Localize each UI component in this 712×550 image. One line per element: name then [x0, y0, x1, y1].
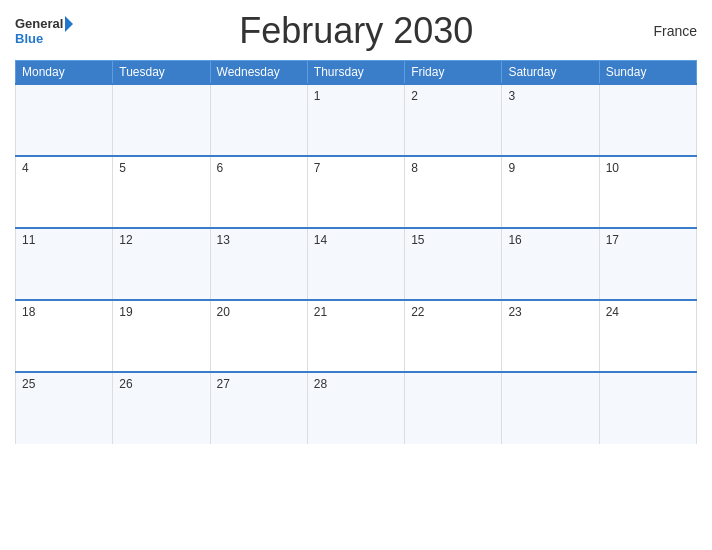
day-number: 10: [606, 161, 619, 175]
calendar-day-cell: 12: [113, 228, 210, 300]
col-monday: Monday: [16, 61, 113, 85]
calendar-day-cell: 24: [599, 300, 696, 372]
day-number: 19: [119, 305, 132, 319]
calendar-body: 1234567891011121314151617181920212223242…: [16, 84, 697, 444]
calendar-day-cell: 15: [405, 228, 502, 300]
calendar-week-row: 45678910: [16, 156, 697, 228]
col-saturday: Saturday: [502, 61, 599, 85]
day-number: 5: [119, 161, 126, 175]
day-number: 21: [314, 305, 327, 319]
calendar-day-cell: 13: [210, 228, 307, 300]
day-number: 26: [119, 377, 132, 391]
calendar-day-cell: 11: [16, 228, 113, 300]
calendar-day-cell: 1: [307, 84, 404, 156]
calendar-day-cell: 28: [307, 372, 404, 444]
calendar-day-cell: 18: [16, 300, 113, 372]
calendar-table: Monday Tuesday Wednesday Thursday Friday…: [15, 60, 697, 444]
day-number: 11: [22, 233, 35, 247]
logo-triangle-icon: [65, 16, 73, 32]
day-number: 18: [22, 305, 35, 319]
day-number: 7: [314, 161, 321, 175]
calendar-day-cell: 9: [502, 156, 599, 228]
calendar-day-cell: [599, 372, 696, 444]
country-label: France: [637, 23, 697, 39]
calendar-day-cell: [502, 372, 599, 444]
day-number: 12: [119, 233, 132, 247]
calendar-day-cell: 25: [16, 372, 113, 444]
calendar-day-cell: [405, 372, 502, 444]
calendar-day-cell: 6: [210, 156, 307, 228]
calendar-week-row: 18192021222324: [16, 300, 697, 372]
day-number: 1: [314, 89, 321, 103]
day-number: 24: [606, 305, 619, 319]
calendar-header-row: Monday Tuesday Wednesday Thursday Friday…: [16, 61, 697, 85]
calendar-week-row: 25262728: [16, 372, 697, 444]
day-number: 15: [411, 233, 424, 247]
calendar-week-row: 123: [16, 84, 697, 156]
calendar-day-cell: 21: [307, 300, 404, 372]
calendar-day-cell: 8: [405, 156, 502, 228]
day-number: 16: [508, 233, 521, 247]
col-wednesday: Wednesday: [210, 61, 307, 85]
calendar-container: General Blue February 2030 France Monday…: [0, 0, 712, 550]
calendar-day-cell: 19: [113, 300, 210, 372]
day-number: 3: [508, 89, 515, 103]
day-number: 27: [217, 377, 230, 391]
calendar-day-cell: 22: [405, 300, 502, 372]
calendar-day-cell: 3: [502, 84, 599, 156]
calendar-day-cell: 23: [502, 300, 599, 372]
logo-general: General: [15, 17, 63, 31]
calendar-week-row: 11121314151617: [16, 228, 697, 300]
calendar-day-cell: 27: [210, 372, 307, 444]
calendar-day-cell: [113, 84, 210, 156]
calendar-title: February 2030: [75, 10, 637, 52]
day-number: 25: [22, 377, 35, 391]
calendar-day-cell: 20: [210, 300, 307, 372]
col-tuesday: Tuesday: [113, 61, 210, 85]
day-number: 13: [217, 233, 230, 247]
calendar-day-cell: 16: [502, 228, 599, 300]
calendar-day-cell: [16, 84, 113, 156]
logo: General Blue: [15, 16, 75, 46]
calendar-day-cell: [210, 84, 307, 156]
logo-blue: Blue: [15, 32, 43, 46]
day-number: 6: [217, 161, 224, 175]
calendar-day-cell: 17: [599, 228, 696, 300]
col-thursday: Thursday: [307, 61, 404, 85]
calendar-day-cell: 14: [307, 228, 404, 300]
calendar-day-cell: 7: [307, 156, 404, 228]
day-number: 22: [411, 305, 424, 319]
calendar-day-cell: 4: [16, 156, 113, 228]
calendar-day-cell: 2: [405, 84, 502, 156]
calendar-day-cell: 26: [113, 372, 210, 444]
day-number: 23: [508, 305, 521, 319]
calendar-day-cell: 10: [599, 156, 696, 228]
day-number: 17: [606, 233, 619, 247]
col-friday: Friday: [405, 61, 502, 85]
day-number: 9: [508, 161, 515, 175]
day-number: 20: [217, 305, 230, 319]
calendar-day-cell: [599, 84, 696, 156]
col-sunday: Sunday: [599, 61, 696, 85]
calendar-header: General Blue February 2030 France: [15, 10, 697, 52]
day-number: 2: [411, 89, 418, 103]
day-number: 28: [314, 377, 327, 391]
day-number: 4: [22, 161, 29, 175]
calendar-day-cell: 5: [113, 156, 210, 228]
day-number: 8: [411, 161, 418, 175]
day-number: 14: [314, 233, 327, 247]
